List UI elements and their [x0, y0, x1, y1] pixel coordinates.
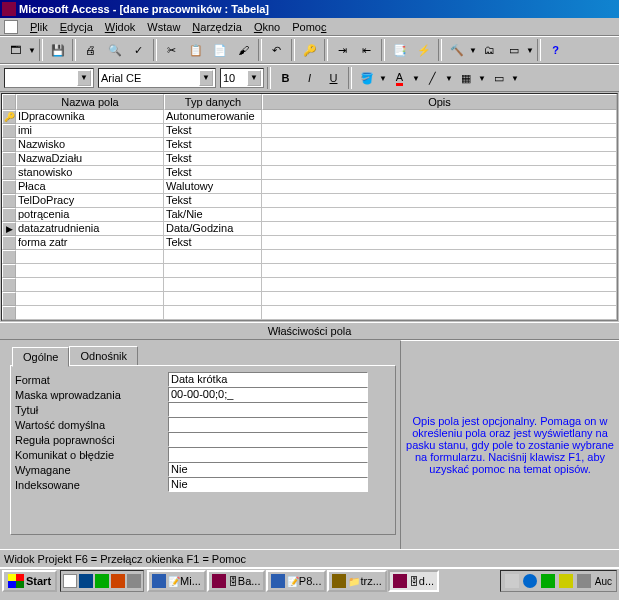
- underline-button[interactable]: U: [322, 67, 345, 89]
- cell-data-type[interactable]: Walutowy: [164, 180, 262, 194]
- bold-button[interactable]: B: [274, 67, 297, 89]
- cell-field-name[interactable]: [16, 250, 164, 264]
- row-selector[interactable]: [2, 292, 16, 306]
- cell-field-name[interactable]: Płaca: [16, 180, 164, 194]
- cell-description[interactable]: [262, 208, 617, 222]
- help-button[interactable]: ?: [544, 39, 567, 61]
- table-row[interactable]: [2, 264, 617, 278]
- table-row[interactable]: [2, 250, 617, 264]
- row-selector[interactable]: [2, 264, 16, 278]
- new-object-dropdown[interactable]: ▼: [526, 46, 534, 55]
- font-color-dropdown[interactable]: ▼: [412, 74, 420, 83]
- cell-data-type[interactable]: Tekst: [164, 124, 262, 138]
- cell-data-type[interactable]: Data/Godzina: [164, 222, 262, 236]
- cell-description[interactable]: [262, 124, 617, 138]
- row-selector[interactable]: [2, 194, 16, 208]
- start-button[interactable]: Start: [2, 570, 57, 592]
- cell-field-name[interactable]: NazwaDziału: [16, 152, 164, 166]
- select-all[interactable]: [2, 94, 16, 110]
- task-p8[interactable]: 📝P8...: [266, 570, 326, 592]
- row-selector[interactable]: [2, 152, 16, 166]
- cell-description[interactable]: [262, 222, 617, 236]
- tab-general[interactable]: Ogólne: [12, 347, 69, 367]
- ql-icon-1[interactable]: [63, 574, 77, 588]
- font-combo[interactable]: Arial CE▼: [98, 68, 216, 88]
- paste-button[interactable]: 📄: [208, 39, 231, 61]
- document-icon[interactable]: [4, 20, 18, 34]
- cell-field-name[interactable]: [16, 306, 164, 320]
- row-selector[interactable]: 🔑: [2, 110, 16, 124]
- cell-data-type[interactable]: Tekst: [164, 236, 262, 250]
- prop-format-value[interactable]: Data krótka: [168, 372, 368, 387]
- tray-icon-5[interactable]: [577, 574, 591, 588]
- db-window-button[interactable]: 🗂: [478, 39, 501, 61]
- cell-description[interactable]: [262, 194, 617, 208]
- cell-description[interactable]: [262, 236, 617, 250]
- cell-description[interactable]: [262, 152, 617, 166]
- special-effect-dropdown[interactable]: ▼: [511, 74, 519, 83]
- cell-field-name[interactable]: datazatrudnienia: [16, 222, 164, 236]
- table-row[interactable]: TelDoPracyTekst: [2, 194, 617, 208]
- task-word[interactable]: 📝Mi...: [147, 570, 206, 592]
- properties-button[interactable]: 📑: [388, 39, 411, 61]
- cell-field-name[interactable]: Nazwisko: [16, 138, 164, 152]
- menu-view[interactable]: Widok: [99, 21, 142, 33]
- row-selector[interactable]: [2, 250, 16, 264]
- table-row[interactable]: imiTekst: [2, 124, 617, 138]
- menu-insert[interactable]: Wstaw: [141, 21, 186, 33]
- task-d[interactable]: 🗄d...: [388, 570, 439, 592]
- line-color-dropdown[interactable]: ▼: [445, 74, 453, 83]
- cell-field-name[interactable]: stanowisko: [16, 166, 164, 180]
- spell-button[interactable]: ✓: [127, 39, 150, 61]
- cell-field-name[interactable]: [16, 278, 164, 292]
- table-row[interactable]: NazwiskoTekst: [2, 138, 617, 152]
- prop-mask-value[interactable]: 00-00-00;0;_: [168, 387, 368, 402]
- special-effect-button[interactable]: ▭: [487, 67, 510, 89]
- menu-file[interactable]: Plik: [24, 21, 54, 33]
- cell-field-name[interactable]: IDpracownika: [16, 110, 164, 124]
- cell-field-name[interactable]: [16, 264, 164, 278]
- fill-color-button[interactable]: 🪣: [355, 67, 378, 89]
- ql-icon-4[interactable]: [111, 574, 125, 588]
- cell-data-type[interactable]: Tekst: [164, 138, 262, 152]
- table-row[interactable]: forma zatrTekst: [2, 236, 617, 250]
- print-button[interactable]: 🖨: [79, 39, 102, 61]
- cell-data-type[interactable]: [164, 278, 262, 292]
- gridlines-button[interactable]: ▦: [454, 67, 477, 89]
- prop-title-value[interactable]: [168, 402, 368, 417]
- key-button[interactable]: 🔑: [298, 39, 321, 61]
- row-selector[interactable]: ▶: [2, 222, 16, 236]
- save-button[interactable]: 💾: [46, 39, 69, 61]
- task-trz[interactable]: 📁trz...: [327, 570, 386, 592]
- table-row[interactable]: stanowiskoTekst: [2, 166, 617, 180]
- ql-icon-5[interactable]: [127, 574, 141, 588]
- build-button[interactable]: 🔨: [445, 39, 468, 61]
- cell-data-type[interactable]: [164, 306, 262, 320]
- tab-lookup[interactable]: Odnośnik: [69, 346, 137, 365]
- cut-button[interactable]: ✂: [160, 39, 183, 61]
- menu-tools[interactable]: Narzędzia: [186, 21, 248, 33]
- table-row[interactable]: [2, 292, 617, 306]
- row-selector[interactable]: [2, 138, 16, 152]
- menu-help[interactable]: Pomoc: [286, 21, 332, 33]
- col-header-type[interactable]: Typ danych: [164, 94, 262, 110]
- tray-icon-2[interactable]: [523, 574, 537, 588]
- row-selector[interactable]: [2, 278, 16, 292]
- object-combo[interactable]: ▼: [4, 68, 94, 88]
- format-painter-button[interactable]: 🖌: [232, 39, 255, 61]
- menu-edit[interactable]: Edycja: [54, 21, 99, 33]
- cell-data-type[interactable]: Tekst: [164, 166, 262, 180]
- cell-description[interactable]: [262, 180, 617, 194]
- cell-description[interactable]: [262, 110, 617, 124]
- row-selector[interactable]: [2, 236, 16, 250]
- prop-default-value[interactable]: [168, 417, 368, 432]
- table-row[interactable]: PłacaWalutowy: [2, 180, 617, 194]
- size-combo[interactable]: 10▼: [220, 68, 264, 88]
- row-selector[interactable]: [2, 306, 16, 320]
- cell-field-name[interactable]: TelDoPracy: [16, 194, 164, 208]
- indexes-button[interactable]: ⚡: [412, 39, 435, 61]
- cell-data-type[interactable]: Tekst: [164, 152, 262, 166]
- fill-color-dropdown[interactable]: ▼: [379, 74, 387, 83]
- cell-data-type[interactable]: [164, 264, 262, 278]
- delete-rows-button[interactable]: ⇤: [355, 39, 378, 61]
